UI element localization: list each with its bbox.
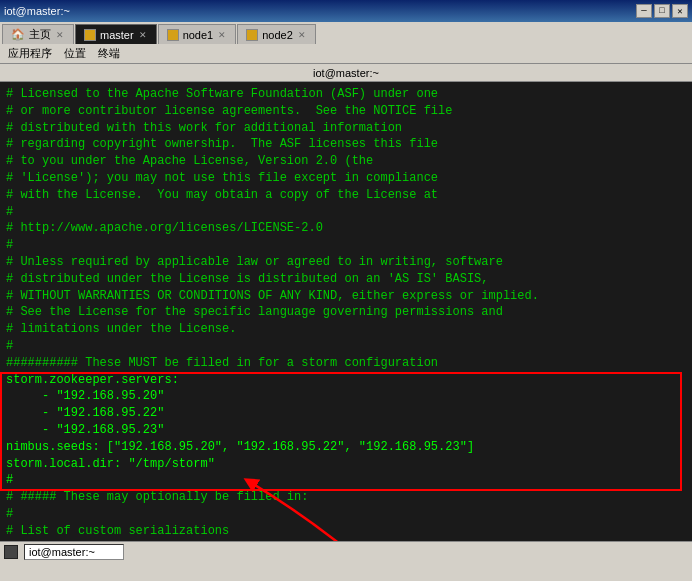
- terminal-line: # or more contributor license agreements…: [6, 103, 686, 120]
- terminal-line: # limitations under the License.: [6, 321, 686, 338]
- tab-node2[interactable]: node2 ✕: [237, 24, 316, 44]
- status-bar: iot@master:~: [0, 541, 692, 561]
- tab-home-label: 主页: [29, 27, 51, 42]
- terminal-line: #: [6, 237, 686, 254]
- terminal-line: #: [6, 472, 686, 489]
- terminal-line: # ##### These may optionally be filled i…: [6, 489, 686, 506]
- minimize-button[interactable]: ─: [636, 4, 652, 18]
- tab-node1[interactable]: node1 ✕: [158, 24, 237, 44]
- terminal-line: #: [6, 338, 686, 355]
- terminal-line: # topology.kryo.register:: [6, 540, 686, 541]
- menu-bar: 应用程序 位置 终端: [0, 44, 692, 64]
- close-button[interactable]: ✕: [672, 4, 688, 18]
- tab-home[interactable]: 🏠 主页 ✕: [2, 24, 74, 44]
- terminal-line: # Unless required by applicable law or a…: [6, 254, 686, 271]
- terminal-line: #: [6, 506, 686, 523]
- terminal[interactable]: # Licensed to the Apache Software Founda…: [0, 82, 692, 541]
- terminal-line: # with the License. You may obtain a cop…: [6, 187, 686, 204]
- tab-node2-label: node2: [262, 29, 293, 41]
- terminal-line: # distributed with this work for additio…: [6, 120, 686, 137]
- title-bar: iot@master:~ ─ □ ✕: [0, 0, 692, 22]
- tab-node1-close[interactable]: ✕: [217, 30, 227, 40]
- tab-node2-close[interactable]: ✕: [297, 30, 307, 40]
- status-icon: [4, 545, 18, 559]
- tabs-row: 🏠 主页 ✕ master ✕ node1 ✕ node2 ✕: [0, 22, 692, 44]
- terminal-line: - "192.168.95.22": [6, 405, 686, 422]
- terminal-line: - "192.168.95.20": [6, 388, 686, 405]
- terminal-line: # See the License for the specific langu…: [6, 304, 686, 321]
- tab-node1-icon: [167, 29, 179, 41]
- terminal-line: storm.zookeeper.servers:: [6, 372, 686, 389]
- terminal-line: # regarding copyright ownership. The ASF…: [6, 136, 686, 153]
- tab-node2-icon: [246, 29, 258, 41]
- menu-places[interactable]: 位置: [58, 44, 92, 63]
- terminal-line: # WITHOUT WARRANTIES OR CONDITIONS OF AN…: [6, 288, 686, 305]
- terminal-line: storm.local.dir: "/tmp/storm": [6, 456, 686, 473]
- terminal-line: # 'License'); you may not use this file …: [6, 170, 686, 187]
- status-text: iot@master:~: [24, 544, 124, 560]
- menu-apps[interactable]: 应用程序: [2, 44, 58, 63]
- tab-master-close[interactable]: ✕: [138, 30, 148, 40]
- tab-master-label: master: [100, 29, 134, 41]
- terminal-line: nimbus.seeds: ["192.168.95.20", "192.168…: [6, 439, 686, 456]
- terminal-line: # distributed under the License is distr…: [6, 271, 686, 288]
- maximize-button[interactable]: □: [654, 4, 670, 18]
- tab-master-icon: [84, 29, 96, 41]
- terminal-line: #: [6, 204, 686, 221]
- menu-terminal[interactable]: 终端: [92, 44, 126, 63]
- tab-master[interactable]: master ✕: [75, 24, 157, 44]
- tab-node1-label: node1: [183, 29, 214, 41]
- tab-home-close[interactable]: ✕: [55, 30, 65, 40]
- terminal-line: # to you under the Apache License, Versi…: [6, 153, 686, 170]
- title-text: iot@master:~: [4, 5, 70, 17]
- terminal-line: ########## These MUST be filled in for a…: [6, 355, 686, 372]
- terminal-line: # Licensed to the Apache Software Founda…: [6, 86, 686, 103]
- address-bar: iot@master:~: [0, 64, 692, 82]
- terminal-line: # List of custom serializations: [6, 523, 686, 540]
- terminal-line: - "192.168.95.23": [6, 422, 686, 439]
- terminal-line: # http://www.apache.org/licenses/LICENSE…: [6, 220, 686, 237]
- address-text: iot@master:~: [313, 67, 379, 79]
